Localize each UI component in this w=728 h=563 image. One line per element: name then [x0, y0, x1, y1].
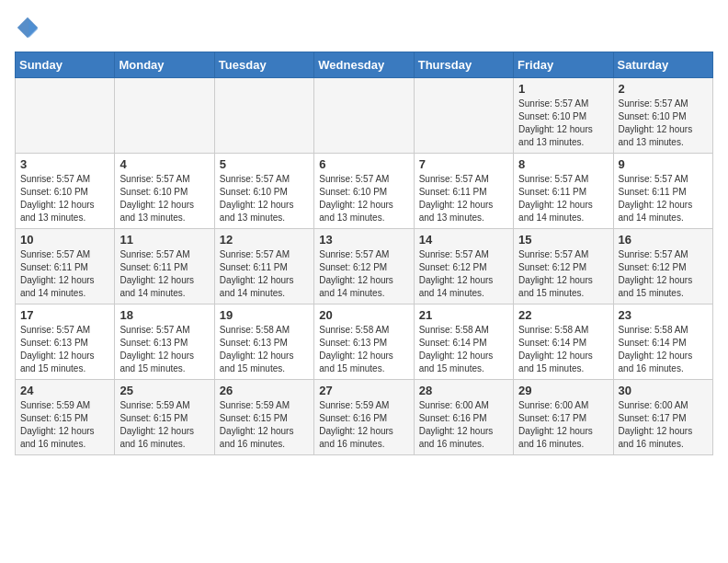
- calendar-day-cell: 25Sunrise: 5:59 AM Sunset: 6:15 PM Dayli…: [115, 380, 214, 455]
- day-number: 30: [619, 384, 708, 397]
- day-number: 2: [619, 82, 708, 96]
- day-info: Sunrise: 5:57 AM Sunset: 6:13 PM Dayligh…: [119, 324, 209, 375]
- calendar-day-cell: 15Sunrise: 5:57 AM Sunset: 6:12 PM Dayli…: [514, 229, 613, 304]
- page-header: [15, 15, 713, 40]
- day-info: Sunrise: 5:57 AM Sunset: 6:11 PM Dayligh…: [220, 248, 309, 300]
- day-number: 10: [20, 233, 109, 247]
- calendar-day-cell: 26Sunrise: 5:59 AM Sunset: 6:15 PM Dayli…: [214, 380, 313, 455]
- calendar-day-cell: 18Sunrise: 5:57 AM Sunset: 6:13 PM Dayli…: [115, 304, 214, 380]
- calendar-day-cell: 19Sunrise: 5:58 AM Sunset: 6:13 PM Dayli…: [214, 304, 313, 380]
- day-info: Sunrise: 5:59 AM Sunset: 6:15 PM Dayligh…: [20, 399, 109, 451]
- day-info: Sunrise: 6:00 AM Sunset: 6:17 PM Dayligh…: [619, 399, 708, 451]
- day-info: Sunrise: 5:57 AM Sunset: 6:11 PM Dayligh…: [20, 248, 109, 300]
- day-number: 4: [119, 157, 209, 171]
- day-number: 5: [220, 157, 309, 171]
- calendar-day-cell: 9Sunrise: 5:57 AM Sunset: 6:11 PM Daylig…: [613, 154, 712, 229]
- calendar-day-cell: 1Sunrise: 5:57 AM Sunset: 6:10 PM Daylig…: [514, 78, 613, 154]
- calendar-day-cell: 11Sunrise: 5:57 AM Sunset: 6:11 PM Dayli…: [115, 229, 214, 304]
- day-number: 7: [419, 157, 508, 171]
- calendar-day-cell: 23Sunrise: 5:58 AM Sunset: 6:14 PM Dayli…: [613, 304, 712, 380]
- calendar-table: SundayMondayTuesdayWednesdayThursdayFrid…: [15, 52, 713, 455]
- day-number: 13: [319, 233, 408, 247]
- day-info: Sunrise: 5:58 AM Sunset: 6:13 PM Dayligh…: [220, 324, 309, 375]
- calendar-day-cell: 21Sunrise: 5:58 AM Sunset: 6:14 PM Dayli…: [414, 304, 513, 380]
- day-number: 16: [619, 233, 708, 247]
- day-info: Sunrise: 5:59 AM Sunset: 6:16 PM Dayligh…: [319, 399, 408, 451]
- weekday-header: Friday: [514, 52, 613, 78]
- day-number: 29: [518, 384, 608, 397]
- calendar-day-cell: 27Sunrise: 5:59 AM Sunset: 6:16 PM Dayli…: [314, 380, 414, 455]
- calendar-day-cell: 3Sunrise: 5:57 AM Sunset: 6:10 PM Daylig…: [16, 154, 115, 229]
- calendar-week-row: 24Sunrise: 5:59 AM Sunset: 6:15 PM Dayli…: [16, 380, 713, 455]
- calendar-day-cell: [115, 78, 214, 154]
- calendar-day-cell: 30Sunrise: 6:00 AM Sunset: 6:17 PM Dayli…: [613, 380, 712, 455]
- day-number: 6: [319, 157, 408, 171]
- day-number: 25: [119, 384, 209, 397]
- weekday-header: Sunday: [16, 52, 115, 78]
- day-number: 28: [419, 384, 508, 397]
- calendar-day-cell: 10Sunrise: 5:57 AM Sunset: 6:11 PM Dayli…: [16, 229, 115, 304]
- calendar-week-row: 1Sunrise: 5:57 AM Sunset: 6:10 PM Daylig…: [16, 78, 713, 154]
- calendar-week-row: 17Sunrise: 5:57 AM Sunset: 6:13 PM Dayli…: [16, 304, 713, 380]
- day-number: 8: [518, 157, 608, 171]
- calendar-day-cell: 6Sunrise: 5:57 AM Sunset: 6:10 PM Daylig…: [314, 154, 414, 229]
- day-info: Sunrise: 5:57 AM Sunset: 6:10 PM Dayligh…: [20, 173, 109, 224]
- day-number: 11: [119, 233, 209, 247]
- calendar-week-row: 10Sunrise: 5:57 AM Sunset: 6:11 PM Dayli…: [16, 229, 713, 304]
- day-number: 26: [220, 384, 309, 397]
- day-number: 12: [220, 233, 309, 247]
- day-info: Sunrise: 5:57 AM Sunset: 6:11 PM Dayligh…: [619, 173, 708, 224]
- day-info: Sunrise: 5:57 AM Sunset: 6:10 PM Dayligh…: [518, 98, 608, 149]
- day-info: Sunrise: 5:58 AM Sunset: 6:14 PM Dayligh…: [619, 324, 708, 375]
- day-number: 23: [619, 308, 708, 322]
- day-info: Sunrise: 5:57 AM Sunset: 6:10 PM Dayligh…: [319, 173, 408, 224]
- calendar-day-cell: 12Sunrise: 5:57 AM Sunset: 6:11 PM Dayli…: [214, 229, 313, 304]
- calendar-week-row: 3Sunrise: 5:57 AM Sunset: 6:10 PM Daylig…: [16, 154, 713, 229]
- calendar-day-cell: 8Sunrise: 5:57 AM Sunset: 6:11 PM Daylig…: [514, 154, 613, 229]
- day-info: Sunrise: 5:59 AM Sunset: 6:15 PM Dayligh…: [119, 399, 209, 451]
- calendar-day-cell: 17Sunrise: 5:57 AM Sunset: 6:13 PM Dayli…: [16, 304, 115, 380]
- day-info: Sunrise: 5:57 AM Sunset: 6:11 PM Dayligh…: [518, 173, 608, 224]
- calendar-day-cell: 29Sunrise: 6:00 AM Sunset: 6:17 PM Dayli…: [514, 380, 613, 455]
- calendar-day-cell: 28Sunrise: 6:00 AM Sunset: 6:16 PM Dayli…: [414, 380, 513, 455]
- day-info: Sunrise: 5:57 AM Sunset: 6:10 PM Dayligh…: [220, 173, 309, 224]
- logo-icon: [15, 15, 40, 40]
- calendar-day-cell: [414, 78, 513, 154]
- calendar-day-cell: 22Sunrise: 5:58 AM Sunset: 6:14 PM Dayli…: [514, 304, 613, 380]
- calendar-day-cell: [214, 78, 313, 154]
- calendar-day-cell: 20Sunrise: 5:58 AM Sunset: 6:13 PM Dayli…: [314, 304, 414, 380]
- day-info: Sunrise: 5:57 AM Sunset: 6:12 PM Dayligh…: [419, 248, 508, 300]
- calendar-day-cell: [314, 78, 414, 154]
- calendar-day-cell: [16, 78, 115, 154]
- day-info: Sunrise: 5:59 AM Sunset: 6:15 PM Dayligh…: [220, 399, 309, 451]
- calendar-header-row: SundayMondayTuesdayWednesdayThursdayFrid…: [16, 52, 713, 78]
- day-number: 15: [518, 233, 608, 247]
- day-number: 19: [220, 308, 309, 322]
- day-info: Sunrise: 5:57 AM Sunset: 6:12 PM Dayligh…: [619, 248, 708, 300]
- day-number: 20: [319, 308, 408, 322]
- day-number: 14: [419, 233, 508, 247]
- day-number: 21: [419, 308, 508, 322]
- day-info: Sunrise: 5:57 AM Sunset: 6:11 PM Dayligh…: [119, 248, 209, 300]
- calendar-day-cell: 14Sunrise: 5:57 AM Sunset: 6:12 PM Dayli…: [414, 229, 513, 304]
- calendar-day-cell: 5Sunrise: 5:57 AM Sunset: 6:10 PM Daylig…: [214, 154, 313, 229]
- day-number: 9: [619, 157, 708, 171]
- calendar-day-cell: 4Sunrise: 5:57 AM Sunset: 6:10 PM Daylig…: [115, 154, 214, 229]
- svg-marker-1: [28, 20, 38, 39]
- day-info: Sunrise: 5:58 AM Sunset: 6:14 PM Dayligh…: [518, 324, 608, 375]
- day-info: Sunrise: 5:58 AM Sunset: 6:13 PM Dayligh…: [319, 324, 408, 375]
- weekday-header: Thursday: [414, 52, 513, 78]
- day-number: 18: [119, 308, 209, 322]
- day-info: Sunrise: 5:57 AM Sunset: 6:12 PM Dayligh…: [319, 248, 408, 300]
- weekday-header: Wednesday: [314, 52, 414, 78]
- calendar-day-cell: 16Sunrise: 5:57 AM Sunset: 6:12 PM Dayli…: [613, 229, 712, 304]
- day-number: 3: [20, 157, 109, 171]
- day-info: Sunrise: 5:58 AM Sunset: 6:14 PM Dayligh…: [419, 324, 508, 375]
- day-info: Sunrise: 5:57 AM Sunset: 6:11 PM Dayligh…: [419, 173, 508, 224]
- day-info: Sunrise: 6:00 AM Sunset: 6:17 PM Dayligh…: [518, 399, 608, 451]
- day-number: 17: [20, 308, 109, 322]
- day-number: 1: [518, 82, 608, 96]
- day-info: Sunrise: 5:57 AM Sunset: 6:10 PM Dayligh…: [119, 173, 209, 224]
- day-number: 24: [20, 384, 109, 397]
- day-info: Sunrise: 6:00 AM Sunset: 6:16 PM Dayligh…: [419, 399, 508, 451]
